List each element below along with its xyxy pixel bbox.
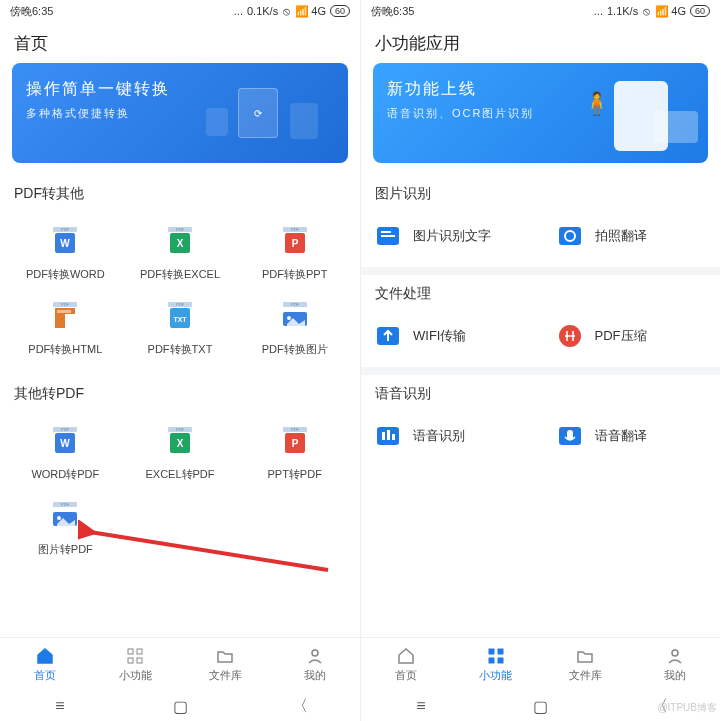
sys-menu-icon[interactable]: ≡ <box>412 697 430 715</box>
tool-icon: PDFW <box>44 423 86 459</box>
page-title: 首页 <box>0 22 360 63</box>
battery-icon: 60 <box>690 5 710 17</box>
nav-label: 我的 <box>664 668 686 683</box>
pdf-to-item-2[interactable]: PDFPPDF转换PPT <box>237 215 352 290</box>
feature-icon <box>555 321 585 351</box>
status-indicators: ... 1.1K/s ⦸ 📶 4G 60 <box>594 5 710 18</box>
svg-rect-59 <box>489 658 494 663</box>
mute-icon: ⦸ <box>640 5 650 18</box>
feature-icon <box>373 221 403 251</box>
feature-item-1-0[interactable]: 图片识别文字 <box>373 221 527 251</box>
banner-decoration: 🧍 <box>548 73 698 153</box>
status-indicators: ... 0.1K/s ⦸ 📶 4G 60 <box>234 5 350 18</box>
feature-item-2-0[interactable]: WIFI传输 <box>373 321 527 351</box>
feature-label: WIFI传输 <box>413 327 466 345</box>
svg-text:PDF: PDF <box>176 427 185 432</box>
sys-home-icon[interactable]: ▢ <box>531 697 549 715</box>
nav-label: 我的 <box>304 668 326 683</box>
svg-text:W: W <box>61 238 71 249</box>
tool-icon: PDF <box>274 298 316 334</box>
sys-back-icon[interactable]: 〈 <box>291 697 309 715</box>
pdf-to-item-3[interactable]: PDFPDF转换HTML <box>8 290 123 365</box>
pdf-to-item-1[interactable]: PDFXPDF转换EXCEL <box>123 215 238 290</box>
to-pdf-item-2[interactable]: PDFPPPT转PDF <box>237 415 352 490</box>
folder-icon <box>215 646 235 666</box>
user-icon <box>665 646 685 666</box>
svg-point-61 <box>672 650 678 656</box>
bottom-nav: 首页小功能文件库我的 <box>361 637 720 691</box>
feature-item-3-0[interactable]: 语音识别 <box>373 421 527 451</box>
nav-label: 小功能 <box>479 668 512 683</box>
to-pdf-item-0[interactable]: PDFWWORD转PDF <box>8 415 123 490</box>
signal-icon: 📶 <box>292 5 309 18</box>
nav-label: 文件库 <box>569 668 602 683</box>
feature-item-2-1[interactable]: PDF压缩 <box>555 321 709 351</box>
tool-icon: PDFP <box>274 223 316 259</box>
svg-rect-45 <box>381 231 391 233</box>
banner-home[interactable]: 操作简单一键转换 多种格式便捷转换 ⟳ <box>12 63 348 163</box>
svg-rect-56 <box>567 430 573 440</box>
mute-icon: ⦸ <box>280 5 290 18</box>
battery-icon: 60 <box>330 5 350 17</box>
tool-icon: PDFP <box>274 423 316 459</box>
tool-label: PPT转PDF <box>267 467 321 482</box>
tool-icon: PDFX <box>159 423 201 459</box>
feature-label: 图片识别文字 <box>413 227 491 245</box>
status-bar: 傍晚6:35 ... 0.1K/s ⦸ 📶 4G 60 <box>0 0 360 22</box>
feature-label: PDF压缩 <box>595 327 647 345</box>
folder-icon <box>575 646 595 666</box>
feature-item-3-1[interactable]: 语音翻译 <box>555 421 709 451</box>
nav-label: 首页 <box>34 668 56 683</box>
svg-point-43 <box>312 650 318 656</box>
svg-point-22 <box>287 316 291 320</box>
to-pdf-item-1[interactable]: PDFXEXCEL转PDF <box>123 415 238 490</box>
nav-label: 首页 <box>395 668 417 683</box>
tool-label: WORD转PDF <box>31 467 99 482</box>
svg-text:TXT: TXT <box>173 316 187 323</box>
banner-decoration: ⟳ <box>188 73 338 153</box>
banner-features[interactable]: 新功能上线 语音识别、OCR图片识别 🧍 <box>373 63 708 163</box>
svg-text:PDF: PDF <box>291 427 300 432</box>
status-time: 傍晚6:35 <box>371 4 414 19</box>
pdf-to-item-4[interactable]: PDFTXTPDF转换TXT <box>123 290 238 365</box>
nav-grid[interactable]: 小功能 <box>90 638 180 691</box>
feature-label: 拍照翻译 <box>595 227 647 245</box>
grid-icon <box>125 646 145 666</box>
tool-icon: PDF <box>44 298 86 334</box>
nav-label: 小功能 <box>119 668 152 683</box>
pdf-to-item-0[interactable]: PDFWPDF转换WORD <box>8 215 123 290</box>
feature-label: 语音翻译 <box>595 427 647 445</box>
svg-rect-60 <box>498 658 503 663</box>
svg-text:PDF: PDF <box>61 502 70 507</box>
nav-home[interactable]: 首页 <box>0 638 90 691</box>
home-icon <box>35 646 55 666</box>
svg-text:X: X <box>177 238 184 249</box>
tool-label: PDF转换EXCEL <box>140 267 220 282</box>
tool-label: EXCEL转PDF <box>145 467 214 482</box>
nav-user[interactable]: 我的 <box>270 638 360 691</box>
system-nav: ≡ ▢ 〈 <box>0 691 360 721</box>
nav-home[interactable]: 首页 <box>361 638 451 691</box>
feature-icon <box>555 221 585 251</box>
home-icon <box>396 646 416 666</box>
nav-folder[interactable]: 文件库 <box>180 638 270 691</box>
status-time: 傍晚6:35 <box>10 4 53 19</box>
svg-text:PDF: PDF <box>176 227 185 232</box>
sys-home-icon[interactable]: ▢ <box>171 697 189 715</box>
svg-rect-54 <box>392 434 395 440</box>
grid-icon <box>486 646 506 666</box>
nav-grid[interactable]: 小功能 <box>451 638 541 691</box>
feature-item-1-1[interactable]: 拍照翻译 <box>555 221 709 251</box>
nav-user[interactable]: 我的 <box>630 638 720 691</box>
content-area: PDF转其他 PDFWPDF转换WORDPDFXPDF转换EXCELPDFPPD… <box>0 175 360 637</box>
nav-folder[interactable]: 文件库 <box>541 638 631 691</box>
pdf-to-item-5[interactable]: PDFPDF转换图片 <box>237 290 352 365</box>
signal-icon: 📶 <box>652 5 669 18</box>
svg-text:PDF: PDF <box>176 302 185 307</box>
sys-menu-icon[interactable]: ≡ <box>51 697 69 715</box>
feature-icon <box>373 321 403 351</box>
content-area: 图片识别 图片识别文字拍照翻译 文件处理 WIFI传输PDF压缩 语音识别 语音… <box>361 175 720 637</box>
svg-rect-40 <box>137 649 142 654</box>
tool-icon: PDFX <box>159 223 201 259</box>
to-pdf-item-3[interactable]: PDF图片转PDF <box>8 490 123 565</box>
